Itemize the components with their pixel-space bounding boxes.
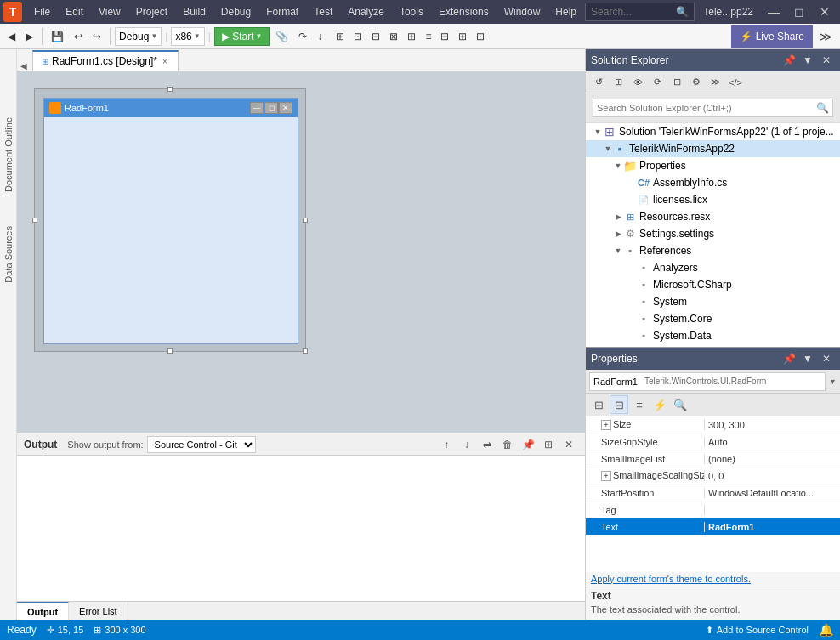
menu-edit[interactable]: Edit [59, 0, 90, 24]
tb-step-into[interactable]: ↓ [313, 25, 326, 48]
design-area[interactable]: RadForm1 — ◻ ✕ [17, 71, 585, 433]
tree-item-microsoft-csharp[interactable]: ▪ Microsoft.CSharp [586, 276, 840, 293]
prop-row-text[interactable]: Text RadForm1 [586, 518, 840, 535]
restore-button[interactable]: ◻ [787, 0, 811, 24]
prop-expand-smallimgsize[interactable]: + [601, 471, 611, 481]
form-minimize-button[interactable]: — [250, 102, 264, 114]
se-show-all-btn[interactable]: 👁 [628, 73, 647, 92]
tree-arrow-settings[interactable]: ▶ [613, 229, 623, 238]
output-clear-btn[interactable]: 🗑 [498, 435, 517, 454]
resize-handle-right[interactable] [303, 218, 308, 223]
tree-arrow-project[interactable]: ▼ [603, 144, 613, 153]
tree-item-properties[interactable]: ▼ 📁 Properties [586, 157, 840, 174]
tab-close-button[interactable]: × [161, 56, 169, 67]
properties-object-selector[interactable]: RadForm1 Telerik.WinControls.UI.RadForm [589, 372, 826, 391]
output-expand-btn[interactable]: ⊞ [539, 435, 558, 454]
se-refresh-btn[interactable]: ⟳ [648, 73, 667, 92]
menu-analyze[interactable]: Analyze [341, 0, 391, 24]
tree-arrow-resources[interactable]: ▶ [613, 212, 623, 221]
menu-debug[interactable]: Debug [214, 0, 258, 24]
tree-arrow-solution[interactable]: ▼ [593, 127, 603, 136]
se-close-btn[interactable]: ✕ [818, 52, 835, 69]
tb-undo[interactable]: ↩ [70, 25, 87, 48]
se-pin-btn[interactable]: 📌 [780, 52, 797, 69]
tree-item-analyzers[interactable]: ▪ Analyzers [586, 259, 840, 276]
output-down-btn[interactable]: ↓ [457, 435, 476, 454]
prop-expand-size[interactable]: + [601, 420, 611, 430]
tree-item-system-data[interactable]: ▪ System.Data [586, 327, 840, 344]
source-control-button[interactable]: ⬆ Add to Source Control [706, 625, 809, 636]
debug-config-dropdown[interactable]: Debug ▼ [115, 27, 162, 46]
se-collapse-btn[interactable]: ⊟ [667, 73, 686, 92]
tb-diag4[interactable]: ⊠ [385, 25, 402, 48]
output-source-select[interactable]: Source Control - Git [147, 436, 256, 453]
prop-dropdown-btn[interactable]: ▼ [799, 350, 816, 367]
prop-tab-properties[interactable]: ≡ [630, 395, 649, 414]
se-sync-btn[interactable]: ↺ [589, 73, 608, 92]
form-restore-button[interactable]: ◻ [264, 102, 278, 114]
tree-item-settings[interactable]: ▶ ⚙ Settings.settings [586, 225, 840, 242]
tree-arrow-properties[interactable]: ▼ [613, 161, 623, 170]
tb-step-over[interactable]: ↷ [294, 25, 311, 48]
prop-row-startposition[interactable]: StartPosition WindowsDefaultLocatio... [586, 484, 840, 501]
search-input[interactable] [591, 6, 676, 18]
close-button[interactable]: ✕ [813, 0, 837, 24]
se-code-btn[interactable]: </> [726, 73, 745, 92]
sidebar-item-data-sources[interactable]: Data Sources [3, 226, 14, 283]
tb-attach[interactable]: 📎 [271, 25, 292, 48]
tb-diag7[interactable]: ⊟ [436, 25, 453, 48]
se-settings-btn[interactable]: ⚙ [687, 73, 706, 92]
tb-diag6[interactable]: ≡ [421, 25, 435, 48]
resize-handle-corner[interactable] [303, 348, 308, 354]
tab-radform1-design[interactable]: ⊞ RadForm1.cs [Design]* × [32, 50, 179, 71]
prop-object-arrow[interactable]: ▼ [829, 377, 837, 386]
menu-window[interactable]: Window [497, 0, 548, 24]
tab-scroll-left[interactable]: ◀ [17, 61, 31, 71]
tree-item-solution[interactable]: ▼ ⊞ Solution 'TelerikWinFormsApp22' (1 o… [586, 123, 840, 140]
resize-handle-top[interactable] [167, 87, 173, 92]
minimize-button[interactable]: — [762, 0, 786, 24]
prop-pin-btn[interactable]: 📌 [780, 350, 797, 367]
output-up-btn[interactable]: ↑ [437, 435, 456, 454]
prop-tab-categorized[interactable]: ⊞ [589, 395, 608, 414]
menu-tools[interactable]: Tools [393, 0, 430, 24]
tb-diag3[interactable]: ⊟ [367, 25, 384, 48]
resize-handle-bottom[interactable] [167, 348, 173, 354]
tree-item-assemblyinfo[interactable]: C# AssemblyInfo.cs [586, 174, 840, 191]
tb-diag9[interactable]: ⊡ [472, 25, 489, 48]
menu-format[interactable]: Format [259, 0, 305, 24]
prop-row-sizegripstyle[interactable]: SizeGripStyle Auto [586, 433, 840, 450]
tree-item-resources[interactable]: ▶ ⊞ Resources.resx [586, 208, 840, 225]
live-share-button[interactable]: ⚡ Live Share [731, 25, 813, 48]
menu-test[interactable]: Test [307, 0, 339, 24]
prop-row-size[interactable]: +Size 300, 300 [586, 416, 840, 433]
tree-arrow-references[interactable]: ▼ [613, 246, 623, 255]
tb-diag5[interactable]: ⊞ [403, 25, 420, 48]
menu-file[interactable]: File [27, 0, 57, 24]
menu-help[interactable]: Help [548, 0, 583, 24]
tb-back[interactable]: ◀ [3, 25, 20, 48]
tb-forward[interactable]: ▶ [21, 25, 37, 48]
tb-diag2[interactable]: ⊡ [349, 25, 366, 48]
prop-row-smallimagescalingsize[interactable]: +SmallImageScalingSize 0, 0 [586, 467, 840, 484]
output-close-btn[interactable]: ✕ [559, 435, 578, 454]
se-more-btn[interactable]: ≫ [707, 73, 725, 92]
sidebar-item-document-outline[interactable]: Document Outline [3, 117, 14, 192]
platform-dropdown[interactable]: x86 ▼ [171, 27, 204, 46]
se-search-input[interactable] [597, 103, 816, 113]
form-close-button[interactable]: ✕ [279, 102, 292, 114]
prop-tab-events[interactable]: ⚡ [650, 395, 669, 414]
tree-item-references[interactable]: ▼ ▪ References [586, 242, 840, 259]
menu-extensions[interactable]: Extensions [432, 0, 496, 24]
tb-diag1[interactable]: ⊞ [332, 25, 349, 48]
tb-save-all[interactable]: 💾 [47, 25, 68, 48]
notification-bell[interactable]: 🔔 [819, 623, 833, 637]
tree-item-system[interactable]: ▪ System [586, 293, 840, 310]
tree-item-licenses[interactable]: 📄 licenses.licx [586, 191, 840, 208]
se-dropdown-btn[interactable]: ▼ [799, 52, 816, 69]
tb-extra[interactable]: ≫ [814, 25, 837, 48]
prop-row-tag[interactable]: Tag [586, 501, 840, 518]
output-wrap-btn[interactable]: ⇌ [478, 435, 497, 454]
resize-handle-left[interactable] [32, 218, 37, 223]
prop-tab-search[interactable]: 🔍 [671, 395, 690, 414]
